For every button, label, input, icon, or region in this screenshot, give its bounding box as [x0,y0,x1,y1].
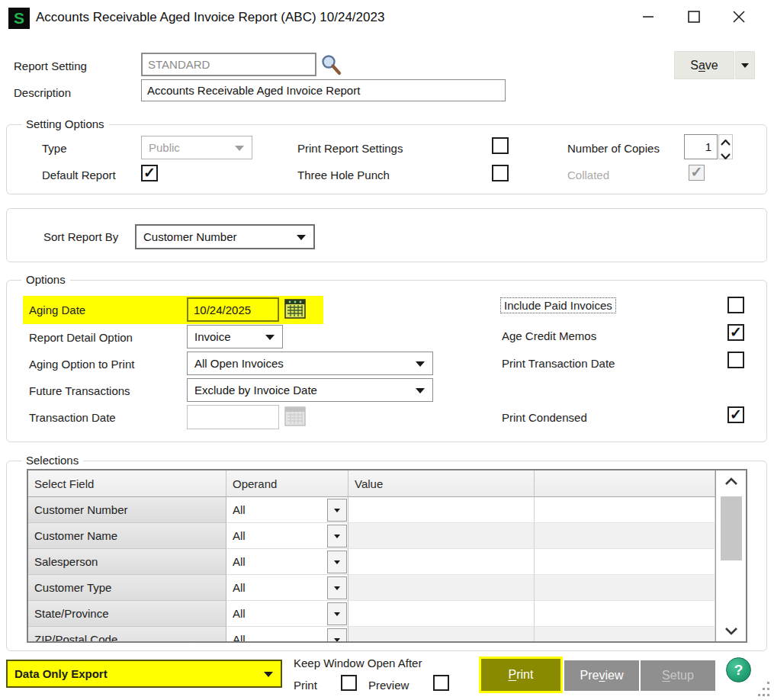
value-cell[interactable] [348,627,535,643]
operand-dropdown-button[interactable] [327,576,347,599]
chevron-down-icon [334,612,340,616]
age-credit-memos-checkbox[interactable]: ✓ [727,324,744,341]
column-header-blank [535,470,715,497]
minimize-button[interactable] [635,6,661,31]
table-row-field: State/Province [28,601,226,627]
operand-dropdown-button[interactable] [327,551,347,573]
app-icon: S [8,8,30,29]
operand-dropdown-button[interactable] [327,525,347,547]
chevron-down-icon [265,335,275,340]
keep-preview-label: Preview [368,679,409,692]
help-icon: ? [734,662,743,679]
transaction-date-input[interactable] [187,405,279,429]
checkmark: ✓ [730,407,742,422]
chevron-down-icon [264,672,273,677]
keep-window-open-label: Keep Window Open After [294,657,422,669]
table-row-field: Salesperson [28,549,226,575]
chevron-down-icon [741,63,749,68]
sort-group [6,208,767,262]
number-of-copies-input[interactable]: 1 [684,134,718,159]
value-cell[interactable] [348,575,535,601]
keep-preview-checkbox[interactable] [433,675,449,691]
setting-options-legend: Setting Options [21,117,109,130]
three-hole-punch-label: Three Hole Punch [297,169,390,181]
print-transaction-date-checkbox[interactable] [727,352,744,368]
aging-date-calendar-button[interactable] [284,297,307,321]
print-button[interactable]: Print [479,657,563,693]
save-button[interactable]: Save [674,51,734,79]
print-report-settings-label: Print Report Settings [297,142,403,155]
save-split-dropdown-button[interactable] [735,51,755,79]
keep-print-checkbox[interactable] [341,675,357,691]
default-report-checkbox[interactable]: ✓ [141,165,158,181]
operand-dropdown-button[interactable] [327,602,347,625]
value-cell[interactable] [348,601,535,627]
close-button[interactable] [726,6,752,31]
maximize-button[interactable] [681,6,707,31]
help-button[interactable]: ? [726,657,751,682]
checkmark: ✓ [691,165,703,179]
scrollbar-down-button[interactable] [716,625,747,638]
include-paid-invoices-checkbox[interactable] [727,297,744,313]
age-credit-memos-label: Age Credit Memos [502,329,596,342]
collated-checkbox: ✓ [689,165,705,181]
print-condensed-checkbox[interactable]: ✓ [727,406,744,423]
scrollbar-up-button[interactable] [716,475,747,489]
table-row-field: Customer Number [28,497,226,523]
report-setting-label: Report Setting [14,59,87,72]
report-dialog-window: S Accounts Receivable Aged Invoice Repor… [0,0,774,700]
description-input[interactable]: Accounts Receivable Aged Invoice Report [141,79,506,101]
extra-cell [535,523,715,549]
sort-report-by-dropdown[interactable]: Customer Number [135,224,315,249]
aging-date-input[interactable]: 10/24/2025 [187,297,279,322]
aging-date-label: Aging Date [29,303,85,316]
search-icon [320,66,342,79]
three-hole-punch-checkbox[interactable] [492,165,509,181]
print-transaction-date-label: Print Transaction Date [502,357,615,370]
operand-dropdown-button[interactable] [327,628,347,643]
close-icon [732,10,746,27]
report-setting-input[interactable]: STANDARD [141,53,316,76]
table-row-field: Customer Name [28,523,226,549]
chevron-down-icon [334,586,340,590]
print-report-settings-checkbox[interactable] [492,137,509,154]
chevron-down-icon [297,235,306,240]
scrollbar-thumb[interactable] [721,496,742,560]
report-detail-option-dropdown[interactable]: Invoice [187,325,283,348]
calendar-icon [284,418,307,431]
value-cell[interactable] [348,497,535,523]
report-setting-lookup-button[interactable] [320,53,342,76]
value-cell[interactable] [348,523,535,549]
titlebar: S Accounts Receivable Aged Invoice Repor… [0,0,774,37]
table-row-field: ZIP/Postal Code [28,627,226,643]
chevron-down-icon [334,535,340,538]
extra-cell [535,627,715,643]
future-transactions-label: Future Transactions [29,384,130,397]
setup-button: Setup [641,660,715,691]
save-button-label: Save [690,59,718,72]
export-option-dropdown[interactable]: Data Only Export [6,660,282,688]
setting-options-group [6,124,767,194]
future-transactions-dropdown[interactable]: Exclude by Invoice Date [187,378,433,402]
options-legend: Options [21,273,70,286]
sort-report-by-label: Sort Report By [43,230,118,243]
include-paid-invoices-label: Include Paid Invoices [500,297,616,313]
transaction-date-calendar-button [284,405,307,429]
table-scrollbar[interactable] [715,470,746,641]
preview-button[interactable]: Preview [564,660,639,691]
chevron-down-icon [235,146,244,151]
number-of-copies-stepper[interactable] [718,134,733,159]
transaction-date-label: Transaction Date [29,411,116,424]
default-report-label: Default Report [42,169,116,181]
column-header-operand: Operand [226,470,348,497]
calendar-icon [284,310,307,323]
checkmark: ✓ [143,165,156,180]
selections-legend: Selections [21,454,83,467]
description-label: Description [14,86,71,99]
aging-option-to-print-dropdown[interactable]: All Open Invoices [187,352,433,375]
table-row-field: Customer Type [28,575,226,601]
operand-dropdown-button[interactable] [327,499,347,522]
column-header-select-field: Select Field [28,470,226,497]
value-cell[interactable] [348,549,535,575]
extra-cell [535,575,715,601]
